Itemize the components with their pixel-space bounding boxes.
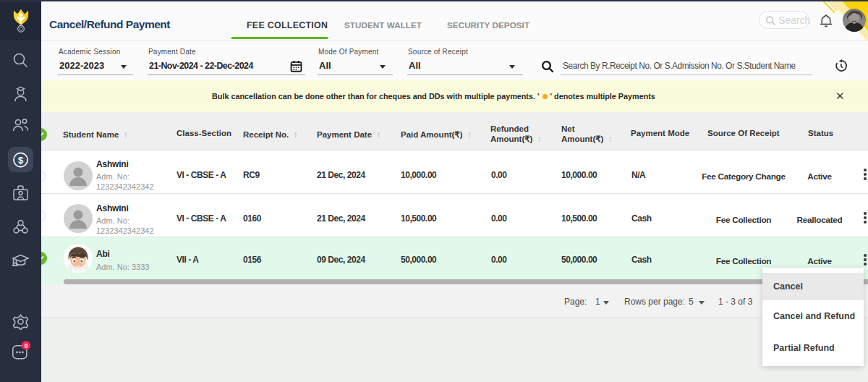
svg-text:$: $ xyxy=(18,155,24,166)
svg-text:0: 0 xyxy=(25,342,28,349)
